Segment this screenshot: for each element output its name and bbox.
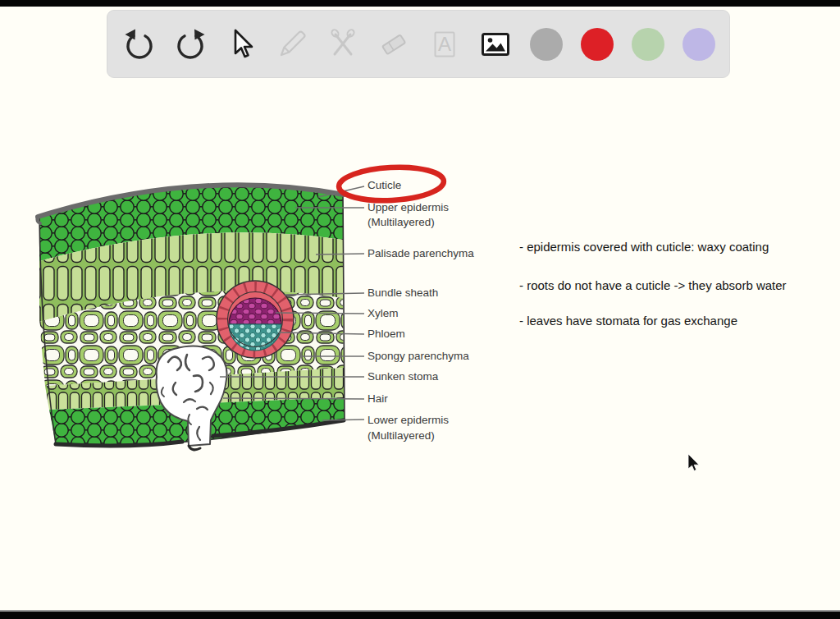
redo-button[interactable]: [172, 26, 208, 62]
color-swatch-purple[interactable]: [681, 26, 717, 62]
purple-color-circle: [682, 28, 715, 61]
text-tool-letter: A: [438, 33, 451, 55]
label-bundle-sheath: Bundle sheath: [368, 287, 438, 299]
label-sunken-stoma: Sunken stoma: [368, 370, 439, 383]
crossed-tools-icon: [325, 26, 361, 62]
select-tool-button[interactable]: [223, 26, 259, 62]
label-spongy-parenchyma: Spongy parenchyma: [368, 350, 469, 362]
note-leaves-stomata[interactable]: - leaves have stomata for gas exchange: [519, 314, 737, 328]
leaf-cross-section-diagram[interactable]: Cuticle Upper epidermis (Multilayered) P…: [25, 152, 517, 472]
redo-icon: [172, 26, 208, 62]
label-xylem: Xylem: [368, 307, 399, 319]
label-cuticle: Cuticle: [368, 179, 401, 191]
eraser-icon: [376, 26, 412, 62]
note-roots-no-cuticle[interactable]: - roots do not have a cuticle -> they ab…: [519, 278, 787, 292]
text-icon: A: [427, 26, 463, 62]
image-icon: [477, 26, 514, 62]
gray-color-circle: [530, 28, 563, 61]
shapes-tool-button[interactable]: [325, 26, 361, 62]
label-lower-epidermis: Lower epidermis: [368, 414, 449, 426]
letterbox-bottom: [0, 612, 840, 619]
pencil-icon: [274, 26, 310, 62]
color-swatch-gray[interactable]: [528, 26, 564, 62]
undo-button[interactable]: [121, 26, 158, 62]
letterbox-top: [0, 0, 840, 7]
label-hair: Hair: [368, 392, 388, 405]
label-palisade-parenchyma: Palisade parenchyma: [368, 247, 474, 259]
undo-icon: [121, 26, 158, 62]
color-swatch-green[interactable]: [630, 26, 666, 62]
color-swatch-red[interactable]: [579, 26, 615, 62]
whiteboard-app: A: [0, 0, 840, 619]
label-lower-epidermis-sub: (Multilayered): [368, 429, 435, 442]
label-phloem: Phloem: [368, 328, 405, 340]
green-color-circle: [632, 28, 664, 61]
drawing-canvas[interactable]: A: [0, 7, 840, 612]
pen-tool-button[interactable]: [274, 26, 310, 62]
note-cuticle-waxy-coating[interactable]: - epidermis covered with cuticle: waxy c…: [519, 240, 769, 254]
toolbar: A: [107, 10, 730, 78]
vascular-bundle: [217, 281, 294, 358]
text-tool-button[interactable]: A: [427, 26, 463, 62]
diagram-labels: Cuticle Upper epidermis (Multilayered) P…: [368, 179, 474, 442]
cursor-arrow-icon: [223, 26, 259, 62]
label-upper-epidermis-sub: (Multilayered): [368, 216, 435, 228]
image-tool-button[interactable]: [477, 26, 514, 62]
mouse-cursor: [685, 452, 701, 474]
red-color-circle: [581, 28, 614, 61]
eraser-tool-button[interactable]: [376, 26, 412, 62]
